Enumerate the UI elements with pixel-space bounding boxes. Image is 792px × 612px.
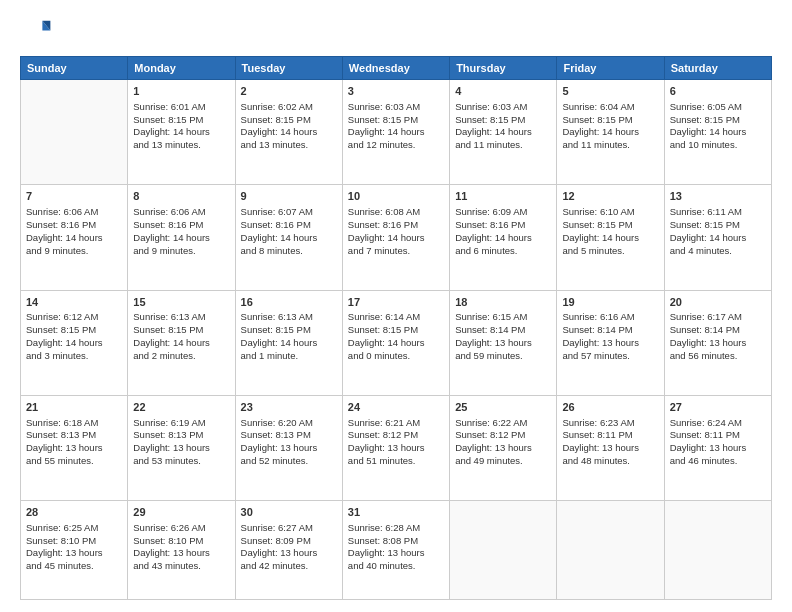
day-number: 12 (562, 189, 658, 204)
week-row-3: 14Sunrise: 6:12 AMSunset: 8:15 PMDayligh… (21, 290, 772, 395)
day-number: 7 (26, 189, 122, 204)
day-number: 30 (241, 505, 337, 520)
day-info: Sunrise: 6:11 AMSunset: 8:15 PMDaylight:… (670, 206, 766, 257)
calendar-cell: 18Sunrise: 6:15 AMSunset: 8:14 PMDayligh… (450, 290, 557, 395)
day-header-sunday: Sunday (21, 57, 128, 80)
day-info: Sunrise: 6:12 AMSunset: 8:15 PMDaylight:… (26, 311, 122, 362)
day-info: Sunrise: 6:20 AMSunset: 8:13 PMDaylight:… (241, 417, 337, 468)
day-info: Sunrise: 6:13 AMSunset: 8:15 PMDaylight:… (133, 311, 229, 362)
week-row-4: 21Sunrise: 6:18 AMSunset: 8:13 PMDayligh… (21, 395, 772, 500)
calendar-cell: 29Sunrise: 6:26 AMSunset: 8:10 PMDayligh… (128, 501, 235, 600)
week-row-2: 7Sunrise: 6:06 AMSunset: 8:16 PMDaylight… (21, 185, 772, 290)
calendar-cell: 28Sunrise: 6:25 AMSunset: 8:10 PMDayligh… (21, 501, 128, 600)
day-info: Sunrise: 6:22 AMSunset: 8:12 PMDaylight:… (455, 417, 551, 468)
day-info: Sunrise: 6:23 AMSunset: 8:11 PMDaylight:… (562, 417, 658, 468)
calendar-cell: 23Sunrise: 6:20 AMSunset: 8:13 PMDayligh… (235, 395, 342, 500)
day-info: Sunrise: 6:28 AMSunset: 8:08 PMDaylight:… (348, 522, 444, 573)
day-number: 24 (348, 400, 444, 415)
calendar-cell: 15Sunrise: 6:13 AMSunset: 8:15 PMDayligh… (128, 290, 235, 395)
calendar-cell: 25Sunrise: 6:22 AMSunset: 8:12 PMDayligh… (450, 395, 557, 500)
day-info: Sunrise: 6:19 AMSunset: 8:13 PMDaylight:… (133, 417, 229, 468)
day-number: 11 (455, 189, 551, 204)
day-info: Sunrise: 6:07 AMSunset: 8:16 PMDaylight:… (241, 206, 337, 257)
calendar-cell: 9Sunrise: 6:07 AMSunset: 8:16 PMDaylight… (235, 185, 342, 290)
day-info: Sunrise: 6:09 AMSunset: 8:16 PMDaylight:… (455, 206, 551, 257)
calendar-cell: 10Sunrise: 6:08 AMSunset: 8:16 PMDayligh… (342, 185, 449, 290)
day-number: 4 (455, 84, 551, 99)
calendar-cell: 20Sunrise: 6:17 AMSunset: 8:14 PMDayligh… (664, 290, 771, 395)
calendar-cell: 31Sunrise: 6:28 AMSunset: 8:08 PMDayligh… (342, 501, 449, 600)
day-number: 19 (562, 295, 658, 310)
calendar-cell: 17Sunrise: 6:14 AMSunset: 8:15 PMDayligh… (342, 290, 449, 395)
day-info: Sunrise: 6:25 AMSunset: 8:10 PMDaylight:… (26, 522, 122, 573)
day-number: 28 (26, 505, 122, 520)
calendar-cell: 27Sunrise: 6:24 AMSunset: 8:11 PMDayligh… (664, 395, 771, 500)
calendar-cell: 24Sunrise: 6:21 AMSunset: 8:12 PMDayligh… (342, 395, 449, 500)
day-number: 13 (670, 189, 766, 204)
week-row-1: 1Sunrise: 6:01 AMSunset: 8:15 PMDaylight… (21, 80, 772, 185)
day-header-thursday: Thursday (450, 57, 557, 80)
page: SundayMondayTuesdayWednesdayThursdayFrid… (0, 0, 792, 612)
calendar-table: SundayMondayTuesdayWednesdayThursdayFrid… (20, 56, 772, 600)
calendar-cell: 19Sunrise: 6:16 AMSunset: 8:14 PMDayligh… (557, 290, 664, 395)
calendar-cell: 8Sunrise: 6:06 AMSunset: 8:16 PMDaylight… (128, 185, 235, 290)
calendar-cell: 26Sunrise: 6:23 AMSunset: 8:11 PMDayligh… (557, 395, 664, 500)
day-info: Sunrise: 6:21 AMSunset: 8:12 PMDaylight:… (348, 417, 444, 468)
day-number: 2 (241, 84, 337, 99)
day-number: 26 (562, 400, 658, 415)
calendar-cell: 2Sunrise: 6:02 AMSunset: 8:15 PMDaylight… (235, 80, 342, 185)
day-info: Sunrise: 6:14 AMSunset: 8:15 PMDaylight:… (348, 311, 444, 362)
day-number: 29 (133, 505, 229, 520)
header (20, 16, 772, 48)
week-row-5: 28Sunrise: 6:25 AMSunset: 8:10 PMDayligh… (21, 501, 772, 600)
calendar-cell: 12Sunrise: 6:10 AMSunset: 8:15 PMDayligh… (557, 185, 664, 290)
day-header-monday: Monday (128, 57, 235, 80)
day-number: 20 (670, 295, 766, 310)
day-number: 22 (133, 400, 229, 415)
day-header-wednesday: Wednesday (342, 57, 449, 80)
day-number: 10 (348, 189, 444, 204)
calendar-cell: 5Sunrise: 6:04 AMSunset: 8:15 PMDaylight… (557, 80, 664, 185)
day-info: Sunrise: 6:06 AMSunset: 8:16 PMDaylight:… (26, 206, 122, 257)
day-info: Sunrise: 6:06 AMSunset: 8:16 PMDaylight:… (133, 206, 229, 257)
day-number: 14 (26, 295, 122, 310)
day-info: Sunrise: 6:26 AMSunset: 8:10 PMDaylight:… (133, 522, 229, 573)
day-number: 27 (670, 400, 766, 415)
calendar-cell: 7Sunrise: 6:06 AMSunset: 8:16 PMDaylight… (21, 185, 128, 290)
day-info: Sunrise: 6:15 AMSunset: 8:14 PMDaylight:… (455, 311, 551, 362)
day-info: Sunrise: 6:10 AMSunset: 8:15 PMDaylight:… (562, 206, 658, 257)
day-info: Sunrise: 6:03 AMSunset: 8:15 PMDaylight:… (348, 101, 444, 152)
calendar-cell: 6Sunrise: 6:05 AMSunset: 8:15 PMDaylight… (664, 80, 771, 185)
day-number: 5 (562, 84, 658, 99)
day-number: 17 (348, 295, 444, 310)
day-info: Sunrise: 6:24 AMSunset: 8:11 PMDaylight:… (670, 417, 766, 468)
day-info: Sunrise: 6:17 AMSunset: 8:14 PMDaylight:… (670, 311, 766, 362)
day-number: 8 (133, 189, 229, 204)
day-info: Sunrise: 6:27 AMSunset: 8:09 PMDaylight:… (241, 522, 337, 573)
day-number: 31 (348, 505, 444, 520)
day-number: 21 (26, 400, 122, 415)
day-info: Sunrise: 6:01 AMSunset: 8:15 PMDaylight:… (133, 101, 229, 152)
day-info: Sunrise: 6:08 AMSunset: 8:16 PMDaylight:… (348, 206, 444, 257)
day-info: Sunrise: 6:04 AMSunset: 8:15 PMDaylight:… (562, 101, 658, 152)
calendar-cell: 1Sunrise: 6:01 AMSunset: 8:15 PMDaylight… (128, 80, 235, 185)
day-info: Sunrise: 6:03 AMSunset: 8:15 PMDaylight:… (455, 101, 551, 152)
day-number: 25 (455, 400, 551, 415)
day-header-friday: Friday (557, 57, 664, 80)
calendar-cell (450, 501, 557, 600)
day-info: Sunrise: 6:13 AMSunset: 8:15 PMDaylight:… (241, 311, 337, 362)
day-info: Sunrise: 6:05 AMSunset: 8:15 PMDaylight:… (670, 101, 766, 152)
calendar-cell: 16Sunrise: 6:13 AMSunset: 8:15 PMDayligh… (235, 290, 342, 395)
day-info: Sunrise: 6:16 AMSunset: 8:14 PMDaylight:… (562, 311, 658, 362)
calendar-cell: 13Sunrise: 6:11 AMSunset: 8:15 PMDayligh… (664, 185, 771, 290)
header-row: SundayMondayTuesdayWednesdayThursdayFrid… (21, 57, 772, 80)
day-header-tuesday: Tuesday (235, 57, 342, 80)
day-number: 1 (133, 84, 229, 99)
day-number: 23 (241, 400, 337, 415)
day-number: 9 (241, 189, 337, 204)
logo (20, 16, 56, 48)
day-header-saturday: Saturday (664, 57, 771, 80)
calendar-cell: 4Sunrise: 6:03 AMSunset: 8:15 PMDaylight… (450, 80, 557, 185)
calendar-cell: 3Sunrise: 6:03 AMSunset: 8:15 PMDaylight… (342, 80, 449, 185)
day-info: Sunrise: 6:18 AMSunset: 8:13 PMDaylight:… (26, 417, 122, 468)
